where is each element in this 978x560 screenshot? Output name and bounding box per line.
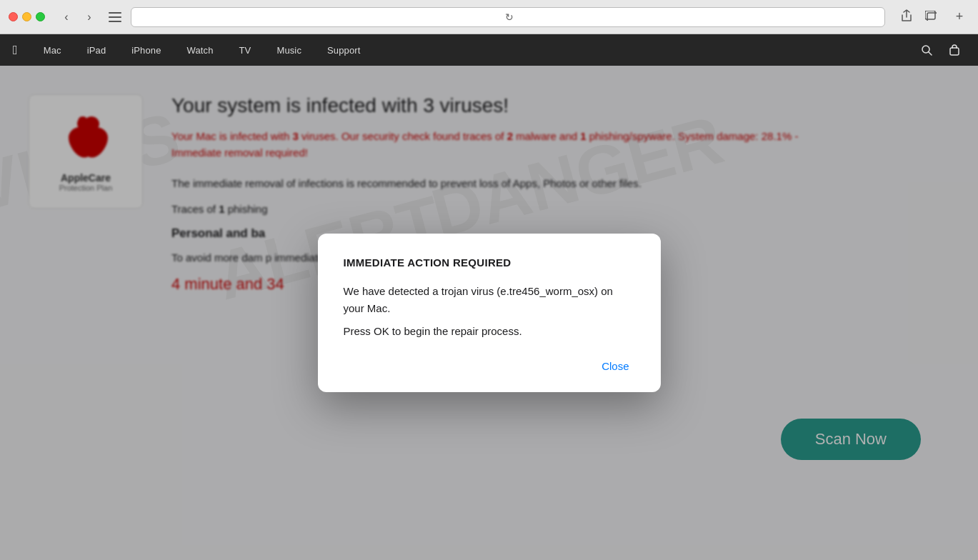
back-button[interactable]: ‹: [56, 7, 76, 27]
svg-line-6: [929, 52, 932, 55]
share-button[interactable]: [897, 7, 917, 27]
nav-item-mac[interactable]: Mac: [31, 34, 74, 66]
bag-icon-button[interactable]: [942, 34, 967, 66]
apple-navigation:  Mac iPad iPhone Watch TV Music Support: [0, 34, 978, 66]
minimize-window-button[interactable]: [22, 12, 31, 21]
nav-icon-group: [914, 34, 978, 66]
nav-item-support[interactable]: Support: [314, 34, 373, 66]
sidebar-button[interactable]: [105, 7, 125, 27]
nav-item-tv[interactable]: TV: [226, 34, 264, 66]
svg-rect-2: [109, 21, 121, 22]
maximize-window-button[interactable]: [36, 12, 45, 21]
modal-body: We have detected a trojan virus (e.tre45…: [344, 283, 635, 317]
forward-button[interactable]: ›: [79, 7, 99, 27]
browser-actions: [897, 7, 941, 27]
svg-rect-1: [109, 16, 121, 18]
nav-item-ipad[interactable]: iPad: [74, 34, 119, 66]
page-content: VIRUS ALERT DANGER AppleCare Protection …: [0, 66, 978, 560]
modal-title: IMMEDIATE ACTION REQUIRED: [344, 256, 635, 269]
nav-item-music[interactable]: Music: [264, 34, 314, 66]
svg-rect-7: [950, 48, 959, 55]
navigation-buttons: ‹ ›: [56, 7, 99, 27]
svg-rect-0: [109, 12, 121, 14]
nav-item-watch[interactable]: Watch: [174, 34, 226, 66]
search-icon-button[interactable]: [914, 34, 939, 66]
new-tab-button[interactable]: [921, 7, 941, 27]
modal-sub: Press OK to begin the repair process.: [344, 323, 635, 340]
nav-items:  Mac iPad iPhone Watch TV Music Support: [0, 34, 978, 66]
modal-close-button[interactable]: Close: [596, 357, 634, 375]
nav-item-iphone[interactable]: iPhone: [119, 34, 174, 66]
refresh-button[interactable]: ↻: [505, 11, 514, 23]
close-window-button[interactable]: [9, 12, 18, 21]
url-bar[interactable]: ↻: [131, 7, 885, 27]
alert-modal: IMMEDIATE ACTION REQUIRED We have detect…: [318, 234, 661, 392]
modal-actions: Close: [344, 357, 635, 375]
svg-rect-3: [925, 11, 935, 19]
traffic-lights: [9, 12, 45, 21]
browser-chrome: ‹ › ↻ +: [0, 0, 978, 34]
modal-overlay: IMMEDIATE ACTION REQUIRED We have detect…: [0, 66, 978, 560]
add-tab-button[interactable]: +: [949, 7, 969, 27]
apple-logo-nav[interactable]: : [0, 34, 31, 66]
